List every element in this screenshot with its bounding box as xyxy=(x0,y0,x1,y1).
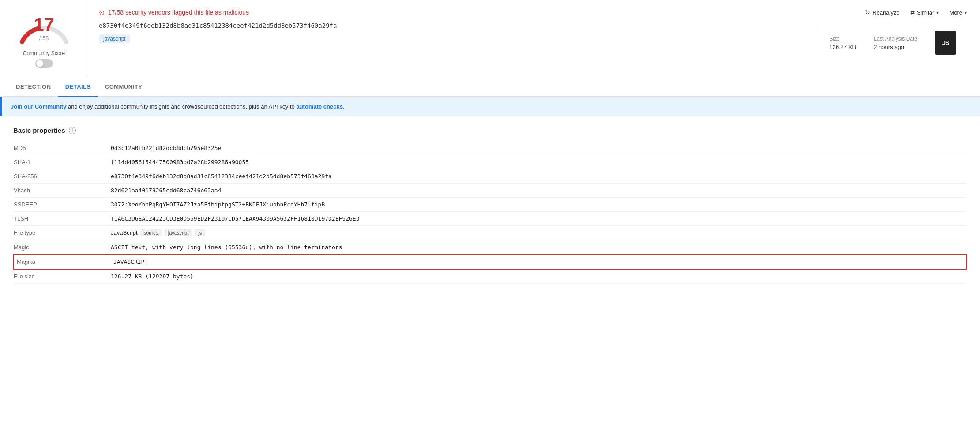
community-score-label: Community Score xyxy=(23,50,65,56)
similar-icon: ⇄ xyxy=(910,9,915,15)
prop-value: JavaScriptsourcejavascriptjs xyxy=(111,226,966,240)
similar-chevron-icon: ▾ xyxy=(936,10,939,15)
prop-value: f114d4056f54447500983bd7a28b299286a90055 xyxy=(111,155,966,169)
tab-details[interactable]: DETAILS xyxy=(58,77,98,97)
more-chevron-icon: ▾ xyxy=(965,10,967,15)
prop-label: SSDEEP xyxy=(14,198,111,212)
prop-value: 126.27 KB (129297 bytes) xyxy=(111,269,966,284)
type-tag: source xyxy=(140,229,162,236)
table-row: MagicASCII text, with very long lines (6… xyxy=(14,240,966,255)
score-denominator: / 58 xyxy=(34,35,54,41)
alert-bar: ⊙ 17/58 security vendors flagged this fi… xyxy=(99,7,969,18)
prop-label: MD5 xyxy=(14,141,111,155)
join-community-link[interactable]: Join our Community xyxy=(11,103,66,110)
automate-checks-link[interactable]: automate checks. xyxy=(296,103,344,110)
table-row: Vhash82d621aa40179265edd68ca746e63aa4 xyxy=(14,184,966,198)
table-row: SHA-1f114d4056f54447500983bd7a28b299286a… xyxy=(14,155,966,169)
prop-value: 82d621aa40179265edd68ca746e63aa4 xyxy=(111,184,966,198)
prop-value: 0d3c12a0fb221d82dcb8dcb795e8325e xyxy=(111,141,966,155)
similar-button[interactable]: ⇄ Similar ▾ xyxy=(908,7,942,18)
alert-text: 17/58 security vendors flagged this file… xyxy=(108,9,249,16)
community-score-section: Community Score xyxy=(23,50,65,68)
prop-label: Vhash xyxy=(14,184,111,198)
prop-label: SHA-256 xyxy=(14,169,111,184)
prop-value: 3072:XeoYbnPqRqYHOI7AZ2Jza5FfbiptpgST2+B… xyxy=(111,198,966,212)
file-type-icon: JS xyxy=(935,31,956,55)
file-tag[interactable]: javascript xyxy=(99,34,130,43)
prop-label: SHA-1 xyxy=(14,155,111,169)
prop-value: JAVASCRIPT xyxy=(111,255,966,269)
table-row: File typeJavaScriptsourcejavascriptjs xyxy=(14,226,966,240)
table-row: File size126.27 KB (129297 bytes) xyxy=(14,269,966,284)
table-row: MagikaJAVASCRIPT xyxy=(14,255,966,269)
tab-detection[interactable]: DETECTION xyxy=(9,77,58,97)
more-button[interactable]: More ▾ xyxy=(946,7,969,18)
prop-label: TLSH xyxy=(14,212,111,226)
prop-label: Magic xyxy=(14,240,111,255)
reanalyze-button[interactable]: ↻ Reanalyze xyxy=(862,7,902,18)
score-panel: 17 / 58 Community Score xyxy=(0,0,88,77)
info-icon[interactable]: i xyxy=(69,127,76,134)
type-tag: javascript xyxy=(165,229,192,236)
alert-icon: ⊙ xyxy=(99,8,105,17)
table-row: SHA-256e8730f4e349f6deb132d8b8ad31c85412… xyxy=(14,169,966,184)
reanalyze-icon: ↻ xyxy=(865,9,870,16)
type-tag: js xyxy=(195,229,205,236)
community-score-toggle[interactable] xyxy=(35,59,53,68)
tabs-row: DETECTION DETAILS COMMUNITY xyxy=(0,77,980,97)
analysis-date-meta: Last Analysis Date 2 hours ago xyxy=(874,36,917,50)
table-row: TLSHT1A6C3D6EAC24223CD3E0D569ED2F23107CD… xyxy=(14,212,966,226)
file-size-meta: Size 126.27 KB xyxy=(830,36,856,50)
tab-community[interactable]: COMMUNITY xyxy=(98,77,150,97)
detection-score: 17 xyxy=(34,15,54,34)
table-row: SSDEEP3072:XeoYbnPqRqYHOI7AZ2Jza5Ffbiptp… xyxy=(14,198,966,212)
prop-label: File type xyxy=(14,226,111,240)
table-row: MD50d3c12a0fb221d82dcb8dcb795e8325e xyxy=(14,141,966,155)
prop-label: File size xyxy=(14,269,111,284)
basic-properties-title: Basic properties i xyxy=(13,127,967,134)
prop-value: e8730f4e349f6deb132d8b8ad31c85412384ceef… xyxy=(111,169,966,184)
properties-table: MD50d3c12a0fb221d82dcb8dcb795e8325eSHA-1… xyxy=(13,141,967,284)
main-content: Basic properties i MD50d3c12a0fb221d82dc… xyxy=(0,116,980,294)
prop-label: Magika xyxy=(14,255,111,269)
prop-value: ASCII text, with very long lines (65536u… xyxy=(111,240,966,255)
meta-panel: Size 126.27 KB Last Analysis Date 2 hour… xyxy=(816,22,969,64)
file-hash: e8730f4e349f6deb132d8b8ad31c85412384ceef… xyxy=(99,22,807,29)
community-banner: Join our Community and enjoy additional … xyxy=(0,97,980,116)
prop-value: T1A6C3D6EAC24223CD3E0D569ED2F23107CD571E… xyxy=(111,212,966,226)
